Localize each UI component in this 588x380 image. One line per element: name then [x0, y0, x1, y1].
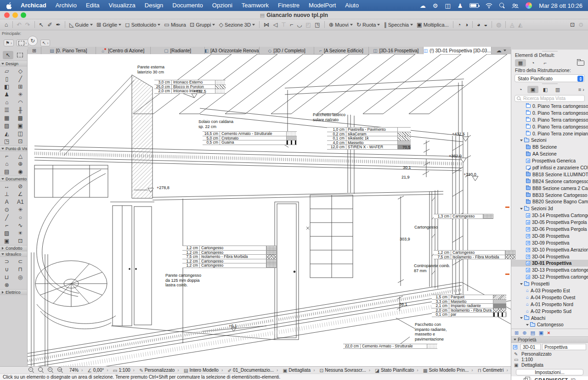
spotlight-search-icon[interactable] — [499, 3, 505, 8]
beam-tool[interactable]: ╱ — [15, 75, 26, 83]
view-option-2-button[interactable]: ◑ — [463, 20, 470, 29]
zoom-previous-button[interactable] — [38, 367, 45, 373]
orientation-control[interactable]: ∠0,00°› — [85, 368, 110, 373]
view-option-1-button[interactable]: ◔ — [456, 20, 463, 29]
view-map-item[interactable]: BB Sezione — [511, 144, 588, 151]
worksheet-tool[interactable]: ▤ — [1, 168, 12, 175]
tab-a3-orizzontale[interactable]: ◧[A3 Orizzontale Renova] — [205, 47, 260, 54]
valve-tool[interactable]: ⊓ — [15, 265, 26, 273]
text-tool[interactable]: A — [1, 198, 12, 206]
fill-tool[interactable]: ▨ — [1, 229, 12, 237]
view-map-item[interactable]: 0. Piano Terra cartongesso bag — [511, 123, 588, 130]
scale-control[interactable]: ▭1:100› — [111, 368, 137, 373]
camera-tool[interactable]: ◉ — [15, 168, 26, 175]
polyline-tool[interactable]: ⌐ — [1, 221, 12, 229]
layout-book-button[interactable]: ◧ — [540, 86, 551, 93]
toolbox-section-puntodivist[interactable]: Punto di Vist — [0, 145, 27, 151]
user-icon[interactable]: ♟ — [458, 2, 463, 9]
view-map-button[interactable]: ▣ — [527, 86, 538, 93]
layer-combination-control[interactable]: ▤Intero Modello› — [181, 368, 226, 373]
stretch-button[interactable]: ◳ — [313, 20, 322, 29]
view-map-item[interactable]: Abachi — [511, 315, 588, 322]
fitting-tool[interactable]: ∪ — [1, 265, 12, 273]
project-chooser-button[interactable]: ◔ — [515, 86, 526, 93]
drawing-area[interactable] — [28, 54, 511, 366]
expander-icon[interactable] — [520, 317, 523, 319]
new-folder-button[interactable]: ⊕ — [522, 330, 526, 336]
gruppi-menu[interactable]: ⊡Gruppi — [188, 20, 217, 29]
zoom-in-button[interactable]: + — [48, 367, 54, 373]
menu-visualizza[interactable]: Visualizza — [104, 2, 140, 9]
home-button[interactable]: ⌂ — [3, 20, 10, 29]
view-map-item[interactable]: Cartongesso — [511, 322, 588, 329]
marker-tool[interactable]: ⊙ — [1, 206, 12, 213]
rotate-orbit-button[interactable]: ↻ — [28, 36, 38, 46]
expander-icon[interactable] — [520, 208, 523, 210]
sezione-3d-menu[interactable]: ◇Sezione 3D — [217, 20, 257, 29]
line-tool[interactable]: ╱ — [1, 213, 12, 221]
view-map-item[interactable]: 3D-09 Prospettiva — [511, 240, 588, 246]
zoom-level-control[interactable]: 74%› — [67, 368, 85, 373]
tab-piano-terra[interactable]: ▤[0. Piano Terra] — [41, 47, 96, 54]
column-tool[interactable]: ▯ — [1, 75, 12, 83]
view-map-item[interactable]: 0. Piano Terra cartongesso cor — [511, 117, 588, 123]
marker-preset-button[interactable]: ⚑› — [4, 39, 14, 46]
view-option-4-button[interactable]: ◒ — [482, 20, 490, 29]
control-center-icon[interactable]: ◫ — [445, 2, 450, 9]
tab-3d-01-prospettiva[interactable]: ◫(!) 3D-01 Prospettiva [3D-03... — [424, 47, 492, 54]
teamwork-cloud-button[interactable]: ☁ — [492, 47, 511, 54]
view-map-item[interactable]: 0. Piano Terra zone impianto ra — [511, 130, 588, 137]
toolbox-section-design[interactable]: Design — [0, 61, 27, 67]
ruota-menu[interactable]: ↻Ruota — [355, 20, 382, 29]
tab-radiante[interactable]: ▢[Radiante] — [151, 47, 205, 54]
slab-tool[interactable]: ◇ — [15, 67, 26, 75]
delete-view-button[interactable]: × — [547, 330, 550, 335]
selection-preset-button[interactable]: › — [17, 39, 28, 46]
window-tool[interactable]: ⊞ — [15, 83, 26, 90]
cloud-default-button[interactable]: ◔ — [527, 59, 538, 67]
zone-stamp-tool[interactable]: ✳ — [15, 206, 26, 213]
view-option-3-button[interactable]: ◕ — [475, 20, 482, 29]
guide-menu[interactable]: ◺Guide — [68, 20, 95, 29]
navigator-menu-button[interactable]: ≡ › — [578, 87, 584, 92]
menu-documento[interactable]: Documento — [168, 2, 207, 9]
lamp-tool[interactable]: ✳ — [15, 90, 26, 98]
structure-display-control[interactable]: ▦Solo Modello Prin...› — [421, 368, 475, 373]
view-map-item[interactable]: ⌂A-01 Prospetto Nord — [511, 301, 588, 308]
toolbox-section-documento[interactable]: Documento — [0, 176, 27, 182]
view-map-item[interactable]: Sezioni — [511, 137, 588, 144]
tab-overview-button[interactable]: ⊞ — [28, 47, 41, 54]
menu-archicad[interactable]: Archicad — [16, 2, 51, 9]
view-map-item[interactable]: BB33 Sezione Cartogesso corr — [511, 192, 588, 199]
view-map-item[interactable]: 3D-06 Prospettiva Pergola Pia — [511, 226, 588, 233]
menu-finestre[interactable]: Finestre — [273, 2, 304, 9]
view-map-item[interactable]: 3D-14 Prospettiva Cartongess — [511, 212, 588, 219]
duct-tool[interactable]: ⊂ — [15, 257, 26, 265]
spline-tool[interactable]: ∿ — [15, 221, 26, 229]
expander-icon[interactable] — [520, 283, 523, 285]
tank-tool[interactable]: ⊗ — [1, 281, 12, 289]
panel-toggle-button[interactable]: ⊡ — [568, 20, 577, 29]
view-map-item[interactable]: Sezioni 3d — [511, 205, 588, 212]
menu-modelport[interactable]: ModelPort — [304, 2, 340, 9]
organizer-button[interactable]: ⊙ — [577, 20, 585, 29]
split-button[interactable]: ⋈ — [262, 20, 271, 29]
transfer-parameters-button[interactable]: ✒ — [54, 20, 62, 29]
view-map-item[interactable]: AA Sezione — [511, 151, 588, 157]
morph-tool[interactable]: ◭ — [1, 129, 12, 137]
view-map-item[interactable]: pdf infissi e zanzariere CONTR — [511, 164, 588, 171]
arrow-preset-button[interactable]: ↖› — [40, 39, 50, 46]
detail-tool[interactable]: ⊕ — [15, 160, 26, 168]
view-map-item[interactable]: ⌂A-04 Prospetto Ovest — [511, 294, 588, 301]
view-settings-button[interactable]: ▣ — [539, 330, 543, 336]
skylight-tool[interactable]: ◫ — [15, 129, 26, 137]
object-tool[interactable]: ♟ — [1, 90, 12, 98]
renovation-filter-select[interactable]: Stato Pianificato — [514, 74, 585, 82]
gear-icon[interactable]: ⚙ — [433, 2, 438, 9]
adjust-button[interactable]: ◁ — [271, 20, 279, 29]
menu-aiuto[interactable]: Aiuto — [340, 2, 363, 9]
battery-icon[interactable] — [469, 3, 479, 8]
marquee-tool[interactable] — [15, 51, 26, 59]
roof-tool[interactable]: ⌂ — [1, 98, 12, 106]
view-map-search[interactable] — [514, 95, 585, 102]
